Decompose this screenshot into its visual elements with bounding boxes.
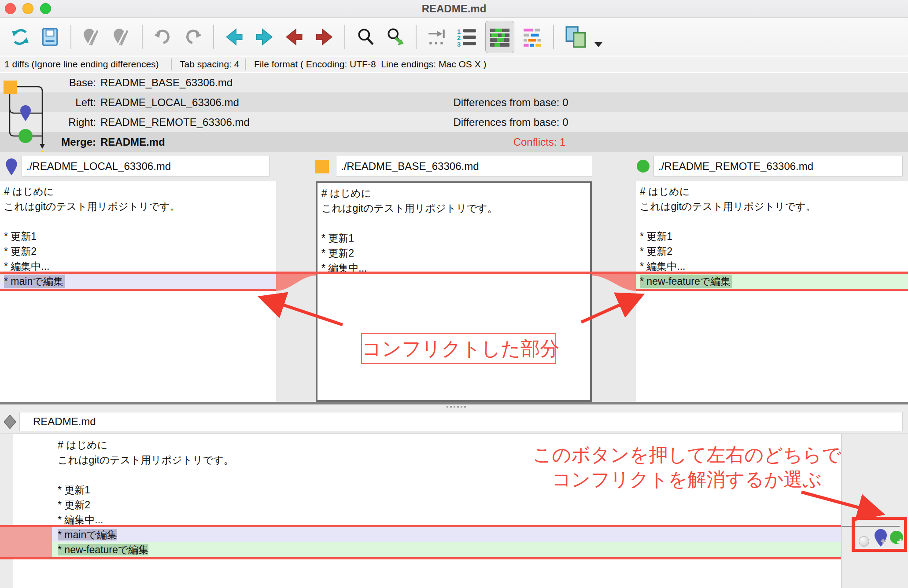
splitter-handle[interactable] — [447, 406, 466, 408]
code-line: # はじめに — [317, 186, 590, 201]
toolbar-separator — [553, 25, 554, 49]
next-conflict-icon[interactable] — [314, 27, 334, 47]
code-line — [0, 214, 276, 229]
merge-conflict-top-line — [0, 525, 841, 527]
merge-tool-window: README.md — [0, 0, 908, 588]
svg-text:1: 1 — [457, 28, 461, 35]
merge-header: README.md — [0, 409, 908, 434]
find-icon[interactable] — [355, 27, 376, 47]
remote-circle-icon — [637, 160, 650, 173]
conflict-band-bottom-right — [636, 289, 908, 291]
left-file-row: Left: README_LOCAL_63306.md Differences … — [0, 92, 908, 112]
tab-spacing: Tab spacing: 4 — [180, 57, 239, 72]
layout-icon[interactable] — [564, 27, 589, 47]
right-pane-text: # はじめにこれはgitのテスト用リポジトリです。 * 更新1* 更新2* 編集… — [636, 184, 908, 274]
code-line: * 更新1 — [0, 229, 276, 244]
code-line: これはgitのテスト用リポジトリです。 — [0, 199, 276, 214]
right-path-field[interactable]: ./README_REMOTE_63306.md — [653, 156, 903, 176]
left-conflict-row[interactable]: * mainで編集 — [0, 274, 276, 289]
base-path-field[interactable]: ./README_BASE_63306.md — [336, 156, 592, 176]
toolbar-separator — [213, 25, 214, 49]
base-square-icon — [315, 160, 329, 173]
right-diff-count: Differences from base: 0 — [436, 112, 586, 132]
button-hint-line1: このボタンを押して左右のどちらで — [502, 442, 872, 467]
button-hint-annotation: このボタンを押して左右のどちらで コンフリクトを解消するか選ぶ — [502, 442, 872, 492]
code-line: # はじめに — [636, 184, 908, 199]
code-line: これはgitのテスト用リポジトリです。 — [317, 201, 590, 216]
merge-conflict-local-text: * mainで編集 — [58, 529, 117, 540]
base-file-row: Base: README_BASE_63306.md — [0, 73, 908, 92]
merge-diamond-icon — [4, 415, 16, 429]
title-bar: README.md — [0, 0, 908, 18]
code-line — [636, 214, 908, 229]
left-filename: README_LOCAL_63306.md — [100, 92, 239, 112]
merge-filename-field[interactable]: README.md — [19, 412, 903, 431]
code-line: * 更新2 — [0, 497, 841, 512]
right-conflict-connector — [592, 272, 636, 292]
toolbar-separator — [142, 25, 143, 49]
prev-conflict-icon[interactable] — [284, 27, 304, 47]
left-pane-text: # はじめにこれはgitのテスト用リポジトリです。 * 更新1* 更新2* 編集… — [0, 184, 276, 274]
conflict-band-bottom-left — [0, 289, 276, 291]
find-next-icon[interactable] — [385, 27, 406, 47]
right-filename: README_REMOTE_63306.md — [100, 112, 250, 132]
merge-conflict-row-remote[interactable]: * new-featureで編集 — [52, 542, 841, 557]
right-conflict-row[interactable]: * new-featureで編集 — [636, 274, 908, 289]
prev-diff-icon[interactable] — [224, 27, 244, 47]
button-annotation-box — [852, 517, 907, 552]
merge-conflict-bottom-line — [0, 557, 841, 559]
svg-text:3: 3 — [457, 41, 461, 47]
toolbar-separator — [344, 25, 345, 49]
merge-conflict-remote-text: * new-featureで編集 — [58, 544, 148, 555]
base-filename: README_BASE_63306.md — [100, 73, 233, 92]
left-path-field[interactable]: ./README_LOCAL_63306.md — [22, 156, 269, 176]
merge-conflict-gutter-highlight — [0, 527, 52, 557]
window-title: README.md — [0, 0, 908, 18]
right-pane[interactable]: # はじめにこれはgitのテスト用リポジトリです。 * 更新1* 更新2* 編集… — [636, 181, 908, 402]
conflict-annotation-label: コンフリクトした部分 — [361, 333, 556, 364]
toolbar-separator — [416, 25, 417, 49]
diff-panes: # はじめにこれはgitのテスト用リポジトリです。 * 更新1* 更新2* 編集… — [0, 181, 908, 402]
code-line — [317, 216, 590, 231]
file-info-section: Base: README_BASE_63306.md Left: README_… — [0, 73, 908, 152]
merge-conflict-row-local[interactable]: * mainで編集 — [52, 527, 841, 542]
code-line: # はじめに — [0, 184, 276, 199]
left-conflict-text: * mainで編集 — [4, 275, 65, 288]
code-line: * 更新1 — [317, 231, 590, 246]
base-pane-text: # はじめにこれはgitのテスト用リポジトリです。 * 更新1* 更新2* 編集… — [317, 186, 590, 276]
merge-filename: README.md — [100, 132, 165, 152]
next-diff-icon[interactable] — [254, 27, 274, 47]
undo-icon[interactable] — [153, 27, 173, 47]
code-line: * 更新2 — [317, 246, 590, 261]
merge-file-row: Merge: README.md Conflicts: 1 — [0, 132, 908, 152]
conflict-band-top-line — [0, 272, 908, 274]
redo-icon[interactable] — [183, 27, 203, 47]
button-hint-line2: コンフリクトを解消するか選ぶ — [502, 467, 872, 492]
conflict-count: Conflicts: 1 — [482, 132, 597, 152]
local-droplet-icon — [6, 158, 17, 175]
diff-blocks-icon[interactable] — [485, 21, 514, 53]
code-line: * 更新2 — [636, 244, 908, 259]
status-separator — [245, 59, 246, 70]
code-line: * 更新2 — [0, 244, 276, 259]
code-line: これはgitのテスト用リポジトリです。 — [636, 199, 908, 214]
right-conflict-text: * new-featureで編集 — [640, 275, 732, 288]
save-icon[interactable] — [40, 27, 60, 47]
marker-prev-icon[interactable] — [81, 27, 102, 47]
pane-header-row: ./README_LOCAL_63306.md ./README_BASE_63… — [0, 152, 908, 181]
diff-colors-icon[interactable] — [523, 27, 543, 47]
left-pane[interactable]: # はじめにこれはgitのテスト用リポジトリです。 * 更新1* 更新2* 編集… — [0, 181, 276, 402]
status-separator — [171, 59, 172, 70]
refresh-icon[interactable] — [10, 27, 30, 47]
svg-text:2: 2 — [457, 34, 461, 41]
tab-options-icon[interactable] — [427, 27, 447, 47]
base-pane[interactable]: # はじめにこれはgitのテスト用リポジトリです。 * 更新1* 更新2* 編集… — [316, 181, 592, 402]
layout-dropdown-caret[interactable] — [594, 42, 602, 47]
code-line: * 更新1 — [636, 229, 908, 244]
left-conflict-connector — [276, 272, 316, 292]
status-bar: 1 diffs (Ignore line ending differences)… — [0, 57, 908, 72]
line-numbers-icon[interactable]: 1 2 3 — [457, 27, 477, 47]
marker-next-icon[interactable] — [111, 27, 132, 47]
left-diff-count: Differences from base: 0 — [436, 92, 586, 112]
file-format: File format ( Encoding: UTF-8 Line endin… — [254, 57, 487, 72]
